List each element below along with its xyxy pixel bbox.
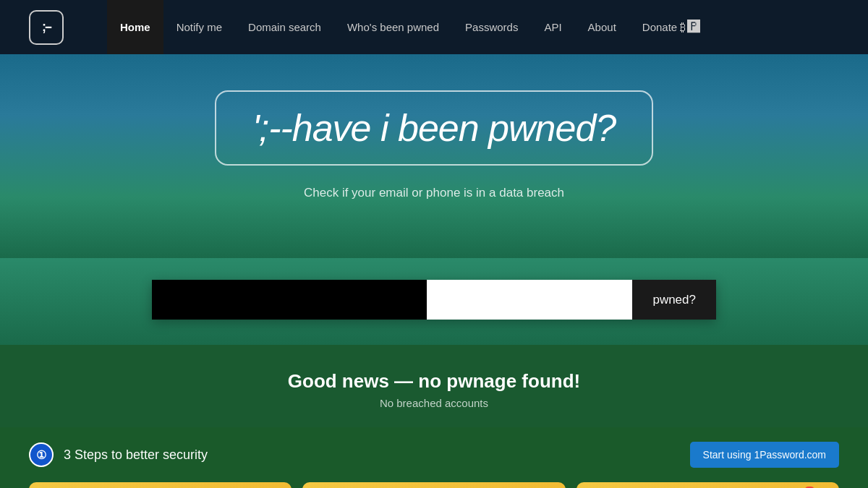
result-detail: No breached accounts [14,397,854,409]
start-1password-button[interactable]: Start using 1Password.com [690,442,839,468]
donate-icons: ₿ 🅿 [680,0,700,54]
site-logo[interactable]: ;-- [29,10,64,45]
onepassword-symbol: ① [36,448,46,462]
cards-section: CUV6U4!GU 🚨 [0,479,868,488]
nav-link-donate[interactable]: Donate ₿ 🅿 [629,0,713,54]
nav-link-passwords[interactable]: Passwords [452,0,531,54]
card-password: CUV6U4!GU [29,482,292,488]
search-button[interactable]: pwned? [632,280,716,320]
nav-link-notify[interactable]: Notify me [163,0,235,54]
search-redacted [152,280,427,320]
nav-link-home[interactable]: Home [107,0,163,54]
navbar: ;-- Home Notify me Domain search Who's b… [0,0,868,54]
search-form: pwned? [152,280,716,320]
nav-item-passwords[interactable]: Passwords [452,0,531,54]
nav-item-home[interactable]: Home [107,0,163,54]
nav-item-about[interactable]: About [575,0,629,54]
nav-link-api[interactable]: API [531,0,574,54]
onepassword-icon: ① [29,442,54,467]
hero-subtitle: Check if your email or phone is in a dat… [14,186,854,200]
search-input-white[interactable] [427,280,632,320]
steps-section: ① 3 Steps to better security Start using… [0,427,868,479]
nav-item-api[interactable]: API [531,0,574,54]
nav-link-domain[interactable]: Domain search [235,0,334,54]
nav-link-pwned[interactable]: Who's been pwned [334,0,452,54]
nav-links: Home Notify me Domain search Who's been … [107,0,713,54]
result-status: Good news — no pwnage found! [14,370,854,393]
nav-item-pwned[interactable]: Who's been pwned [334,0,452,54]
card-person [302,482,565,488]
steps-title: 3 Steps to better security [64,448,208,463]
hero-section: ';--have i been pwned? Check if your ema… [0,54,868,258]
nav-link-about[interactable]: About [575,0,629,54]
search-section: pwned? [0,258,868,345]
card-alert: 🚨 [576,482,839,488]
nav-item-donate[interactable]: Donate ₿ 🅿 [629,0,713,54]
nav-item-notify[interactable]: Notify me [163,0,235,54]
title-box: ';--have i been pwned? [215,90,654,166]
site-title: ';--have i been pwned? [252,106,616,150]
nav-item-domain[interactable]: Domain search [235,0,334,54]
donate-label: Donate [642,0,677,54]
logo-text: ;-- [42,20,51,35]
steps-left: ① 3 Steps to better security [29,442,208,467]
results-section: Good news — no pwnage found! No breached… [0,345,868,427]
